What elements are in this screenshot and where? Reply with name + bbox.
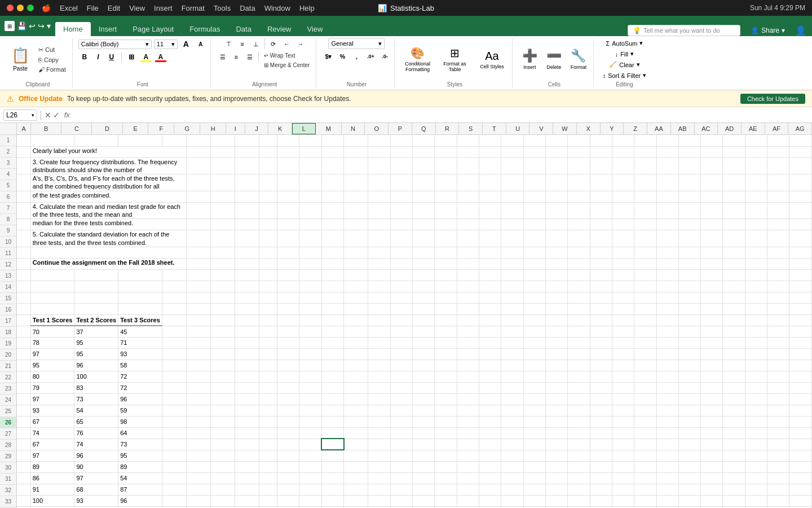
grid-cell[interactable] bbox=[211, 247, 235, 258]
grid-cell[interactable] bbox=[634, 393, 656, 405]
grid-cell[interactable] bbox=[678, 461, 700, 472]
grid-cell[interactable] bbox=[634, 292, 656, 303]
grid-cell[interactable]: 89 bbox=[118, 461, 162, 472]
grid-cell[interactable] bbox=[211, 337, 235, 348]
grid-cell[interactable] bbox=[390, 135, 412, 146]
grid-cell[interactable] bbox=[590, 258, 612, 269]
grid-cell[interactable] bbox=[30, 247, 186, 258]
grid-cell[interactable] bbox=[277, 495, 299, 506]
grid-cell[interactable] bbox=[259, 484, 277, 495]
grid-cell[interactable] bbox=[568, 461, 590, 472]
grid-cell[interactable] bbox=[789, 135, 812, 146]
grid-cell[interactable] bbox=[678, 348, 700, 360]
grid-cell[interactable] bbox=[590, 247, 612, 258]
grid-cell[interactable] bbox=[501, 314, 523, 326]
grid-cell[interactable] bbox=[723, 382, 745, 393]
grid-cell[interactable] bbox=[457, 360, 479, 371]
grid-cell[interactable] bbox=[745, 157, 767, 174]
grid-cell[interactable] bbox=[767, 472, 789, 484]
grid-cell[interactable] bbox=[767, 326, 789, 337]
grid-cell[interactable] bbox=[745, 281, 767, 292]
grid-cell[interactable] bbox=[590, 174, 612, 191]
grid-cell[interactable] bbox=[479, 461, 501, 472]
grid-cell[interactable]: 5. Calculate the standard deviation for … bbox=[30, 230, 186, 247]
grid-cell[interactable] bbox=[390, 303, 412, 314]
grid-cell[interactable] bbox=[767, 191, 789, 202]
tab-data[interactable]: Data bbox=[228, 22, 259, 36]
grid-cell[interactable] bbox=[435, 219, 457, 230]
grid-cell[interactable] bbox=[390, 348, 412, 360]
menu-edit[interactable]: Edit bbox=[108, 4, 120, 12]
grid-cell[interactable] bbox=[745, 495, 767, 506]
col-header-AE[interactable]: AE bbox=[742, 123, 765, 134]
grid-cell[interactable] bbox=[435, 314, 457, 326]
grid-cell[interactable] bbox=[299, 247, 321, 258]
grid-cell[interactable] bbox=[767, 405, 789, 416]
grid-cell[interactable] bbox=[745, 202, 767, 219]
grid-cell[interactable] bbox=[545, 348, 567, 360]
grid-cell[interactable] bbox=[545, 484, 567, 495]
grid-cell[interactable] bbox=[634, 202, 656, 219]
grid-cell[interactable] bbox=[390, 230, 412, 247]
grid-cell[interactable] bbox=[656, 427, 678, 439]
grid-cell[interactable] bbox=[590, 157, 612, 174]
grid-cell[interactable] bbox=[413, 450, 435, 461]
grid-cell[interactable] bbox=[259, 281, 277, 292]
grid-cell[interactable] bbox=[767, 230, 789, 247]
grid-cell[interactable] bbox=[723, 484, 745, 495]
grid-cell[interactable]: 58 bbox=[118, 360, 162, 371]
grid-cell[interactable] bbox=[235, 314, 259, 326]
grid-cell[interactable] bbox=[235, 303, 259, 314]
formula-input[interactable] bbox=[74, 111, 809, 119]
grid-cell[interactable] bbox=[30, 281, 74, 292]
col-header-Z[interactable]: Z bbox=[624, 123, 647, 134]
grid-cell[interactable] bbox=[321, 230, 344, 247]
grid-cell[interactable] bbox=[186, 269, 210, 281]
grid-cell[interactable]: of the test grades combined. bbox=[30, 191, 186, 202]
grid-cell[interactable] bbox=[634, 135, 656, 146]
grid-cell[interactable] bbox=[789, 416, 812, 427]
grid-cell[interactable] bbox=[745, 135, 767, 146]
grid-cell[interactable] bbox=[767, 269, 789, 281]
grid-cell[interactable] bbox=[321, 348, 344, 360]
grid-cell[interactable] bbox=[545, 393, 567, 405]
grid-cell[interactable] bbox=[745, 348, 767, 360]
grid-cell[interactable] bbox=[479, 495, 501, 506]
grid-cell[interactable]: 96 bbox=[74, 450, 118, 461]
grid-cell[interactable] bbox=[501, 393, 523, 405]
grid-cell[interactable] bbox=[413, 348, 435, 360]
grid-cell[interactable] bbox=[162, 484, 186, 495]
grid-cell[interactable] bbox=[590, 427, 612, 439]
grid-cell[interactable] bbox=[74, 135, 118, 146]
grid-cell[interactable] bbox=[479, 202, 501, 219]
grid-cell[interactable] bbox=[678, 292, 700, 303]
grid-cell[interactable] bbox=[17, 292, 30, 303]
tab-formulas[interactable]: Formulas bbox=[182, 22, 228, 36]
grid-cell[interactable] bbox=[162, 269, 186, 281]
grid-cell[interactable] bbox=[767, 303, 789, 314]
grid-cell[interactable] bbox=[435, 439, 457, 450]
grid-cell[interactable] bbox=[789, 405, 812, 416]
grid-cell[interactable] bbox=[612, 348, 634, 360]
grid-cell[interactable] bbox=[723, 405, 745, 416]
grid-cell[interactable] bbox=[767, 495, 789, 506]
grid-cell[interactable] bbox=[368, 472, 390, 484]
grid-cell[interactable] bbox=[162, 135, 186, 146]
grid-cell[interactable] bbox=[701, 382, 723, 393]
grid-cell[interactable]: A's, B's, C's, D's, and F's for each of … bbox=[30, 174, 186, 191]
grid-cell[interactable] bbox=[435, 472, 457, 484]
grid-cell[interactable] bbox=[390, 326, 412, 337]
grid-cell[interactable] bbox=[162, 360, 186, 371]
font-name-dropdown[interactable]: Calibri (Body) ▾ bbox=[78, 40, 152, 49]
grid-cell[interactable] bbox=[299, 360, 321, 371]
grid-cell[interactable] bbox=[501, 174, 523, 191]
grid-cell[interactable] bbox=[479, 258, 501, 269]
grid-cell[interactable] bbox=[678, 427, 700, 439]
grid-cell[interactable] bbox=[17, 146, 30, 157]
grid-cell[interactable] bbox=[162, 427, 186, 439]
grid-cell[interactable] bbox=[568, 348, 590, 360]
grid-cell[interactable]: 72 bbox=[118, 371, 162, 382]
grid-cell[interactable] bbox=[299, 393, 321, 405]
grid-cell[interactable] bbox=[299, 258, 321, 269]
grid-cell[interactable] bbox=[701, 439, 723, 450]
